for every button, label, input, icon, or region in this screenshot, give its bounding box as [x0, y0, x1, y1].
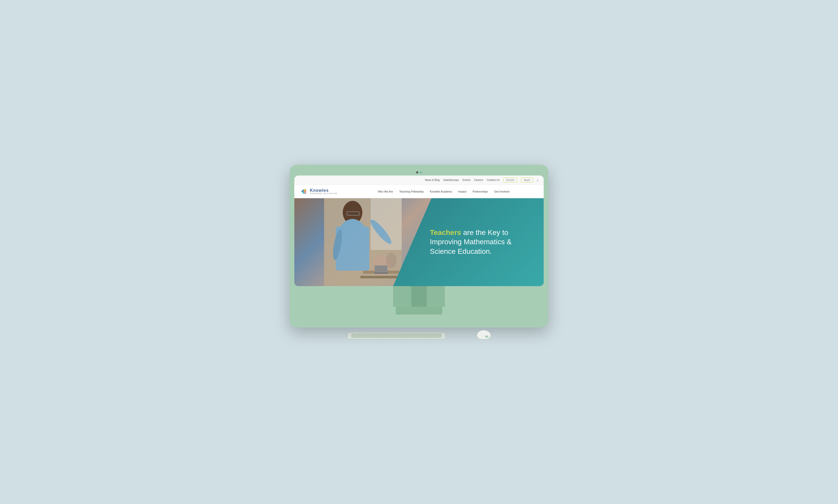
monitor-stand: [294, 286, 544, 314]
keyboard[interactable]: [347, 332, 446, 339]
hero-highlight-word: Teachers: [430, 229, 461, 236]
key: [415, 334, 417, 338]
key: [379, 334, 381, 338]
donate-button[interactable]: Donate: [503, 178, 517, 182]
nav-knowles-academy[interactable]: Knowles Academy: [430, 190, 452, 193]
nav-teaching-fellowship[interactable]: Teaching Fellowship: [399, 190, 424, 193]
key: [394, 334, 396, 338]
key: [354, 334, 357, 338]
stand-base: [396, 307, 442, 314]
top-utility-bar: News & Blog Kaleidoscope Events Careers …: [294, 176, 544, 185]
main-navigation-bar: Knowles TEACHER INITIATIVE Who We Are Te…: [294, 185, 544, 198]
key: [361, 334, 363, 338]
key: [430, 334, 433, 338]
hero-heading: Teachers are the Key to Improving Mathem…: [430, 228, 528, 256]
scene: News & Blog Kaleidoscope Events Careers …: [277, 165, 561, 339]
key: [351, 334, 354, 338]
key: [421, 334, 423, 338]
logo-sub: TEACHER INITIATIVE: [310, 193, 337, 195]
peripherals-area: [347, 330, 491, 339]
key: [382, 334, 384, 338]
nav-who-we-are[interactable]: Who We Are: [378, 190, 393, 193]
logo-icon: [299, 187, 308, 196]
key: [402, 334, 405, 338]
top-nav: News & Blog Kaleidoscope Events Careers …: [425, 178, 539, 182]
key: [400, 334, 402, 338]
mouse[interactable]: [477, 330, 491, 339]
search-button[interactable]: ⌕: [537, 178, 539, 182]
hero-text-block: Teachers are the Key to Improving Mathem…: [430, 228, 528, 256]
camera-dot-1: [416, 172, 418, 174]
key: [436, 334, 438, 338]
key: [357, 334, 360, 338]
nav-get-involved[interactable]: Get Involved: [494, 190, 509, 193]
key: [369, 334, 372, 338]
monitor: News & Blog Kaleidoscope Events Careers …: [290, 165, 548, 327]
nav-partnerships[interactable]: Partnerships: [473, 190, 488, 193]
stand-neck-area: [393, 286, 445, 307]
apply-button[interactable]: Apply: [521, 178, 533, 182]
key: [424, 334, 426, 338]
key: [372, 334, 375, 338]
main-nav-links: Who We Are Teaching Fellowship Knowles A…: [349, 190, 539, 193]
nav-link-kaleidoscope[interactable]: Kaleidoscope: [443, 179, 459, 181]
key: [426, 334, 429, 338]
key: [390, 334, 394, 338]
key: [363, 334, 366, 338]
svg-rect-19: [374, 266, 387, 273]
camera-dot-2: [420, 172, 422, 174]
logo-text: Knowles TEACHER INITIATIVE: [310, 188, 337, 195]
key: [366, 334, 369, 338]
keyboard-keys: [351, 334, 441, 338]
svg-rect-20: [374, 273, 388, 274]
monitor-screen-frame: News & Blog Kaleidoscope Events Careers …: [294, 176, 544, 286]
logo-area[interactable]: Knowles TEACHER INITIATIVE: [299, 187, 341, 196]
key: [376, 334, 379, 338]
nav-link-news-blog[interactable]: News & Blog: [425, 179, 440, 181]
camera-bar: [294, 169, 544, 176]
nav-impact[interactable]: Impact: [458, 190, 467, 193]
key: [439, 334, 441, 338]
key: [397, 334, 399, 338]
key: [387, 334, 390, 338]
key: [409, 334, 412, 338]
key: [433, 334, 436, 338]
key: [417, 334, 420, 338]
search-icon: ⌕: [537, 178, 539, 182]
logo-knowles: Knowles: [310, 188, 337, 193]
nav-link-contact-us[interactable]: Contact Us: [487, 179, 500, 181]
nav-link-events[interactable]: Events: [462, 179, 470, 181]
svg-rect-18: [360, 276, 402, 278]
key: [412, 334, 414, 338]
svg-marker-1: [301, 192, 304, 194]
stand-neck: [411, 286, 427, 307]
hero-section: Teachers are the Key to Improving Mathem…: [294, 198, 544, 286]
key: [405, 334, 408, 338]
key: [385, 334, 387, 338]
website-screen: News & Blog Kaleidoscope Events Careers …: [294, 176, 544, 286]
svg-marker-0: [301, 189, 304, 192]
nav-link-careers[interactable]: Careers: [474, 179, 484, 181]
svg-point-16: [386, 253, 397, 268]
